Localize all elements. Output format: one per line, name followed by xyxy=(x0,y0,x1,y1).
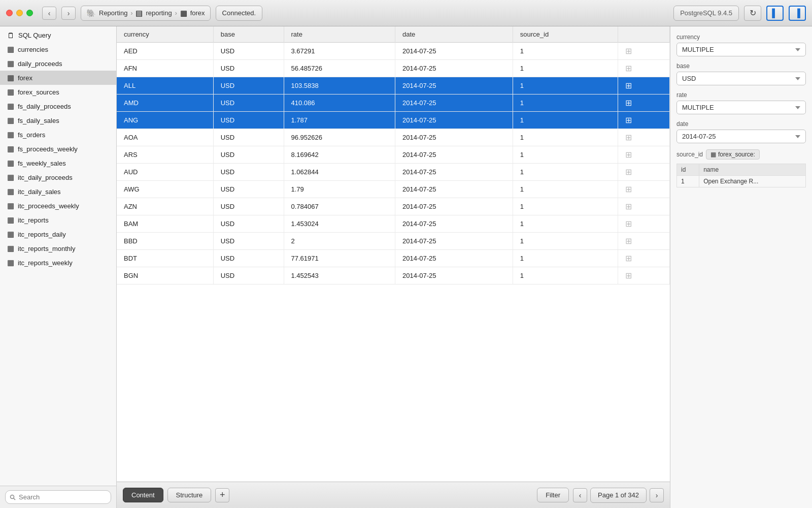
cell-action-icon[interactable]: ⊞ xyxy=(618,77,670,94)
cell-action-icon[interactable]: ⊞ xyxy=(618,129,670,146)
refresh-button[interactable]: ↻ xyxy=(744,6,761,21)
row-table-icon: ⊞ xyxy=(625,202,632,211)
cell-action-icon[interactable]: ⊞ xyxy=(618,112,670,129)
rate-select[interactable]: MULTIPLE xyxy=(676,101,806,114)
sidebar-icon-daily_proceeds: ▦ xyxy=(7,59,14,68)
cell-action-icon[interactable]: ⊞ xyxy=(618,146,670,164)
table-row[interactable]: AMDUSD410.0862014-07-251⊞ xyxy=(117,94,670,112)
sidebar-label-daily_proceeds: daily_proceeds xyxy=(18,60,62,68)
cell-base: USD xyxy=(213,215,284,233)
table-row[interactable]: BAMUSD1.4530242014-07-251⊞ xyxy=(117,215,670,233)
close-button[interactable] xyxy=(6,10,13,16)
sidebar-icon-itc_reports: ▦ xyxy=(7,215,14,225)
col-header-source_id: source_id xyxy=(513,26,618,43)
cell-action-icon[interactable]: ⊞ xyxy=(618,43,670,60)
cell-currency: AWG xyxy=(117,181,213,198)
source-id-label: source_id xyxy=(676,151,703,158)
cell-date: 2014-07-25 xyxy=(395,129,513,146)
table-row[interactable]: BBDUSD22014-07-251⊞ xyxy=(117,233,670,250)
cell-source_id: 1 xyxy=(513,60,618,77)
sidebar-item-forex_sources[interactable]: ▦forex_sources xyxy=(0,85,116,99)
cell-base: USD xyxy=(213,129,284,146)
cell-action-icon[interactable]: ⊞ xyxy=(618,164,670,181)
cell-base: USD xyxy=(213,164,284,181)
table-row[interactable]: AOAUSD96.9526262014-07-251⊞ xyxy=(117,129,670,146)
cell-source_id: 1 xyxy=(513,164,618,181)
date-select[interactable]: 2014-07-25 xyxy=(676,130,806,143)
filter-button[interactable]: Filter xyxy=(537,488,569,502)
bottom-bar: Content Structure + Filter ‹ Page 1 of 3… xyxy=(117,482,670,508)
col-header-base: base xyxy=(213,26,284,43)
base-select[interactable]: USD xyxy=(676,72,806,85)
rate-label: rate xyxy=(676,91,806,99)
sidebar-item-fs_orders[interactable]: ▦fs_orders xyxy=(0,128,116,142)
row-table-icon: ⊞ xyxy=(625,47,632,55)
mini-row-id: 1 xyxy=(677,176,699,187)
breadcrumb-schema[interactable]: reporting xyxy=(146,9,172,17)
cell-action-icon[interactable]: ⊞ xyxy=(618,198,670,215)
sidebar-item-fs_daily_sales[interactable]: ▦fs_daily_sales xyxy=(0,113,116,128)
sidebar-item-fs_daily_proceeds[interactable]: ▦fs_daily_proceeds xyxy=(0,99,116,113)
cell-base: USD xyxy=(213,112,284,129)
next-page-button[interactable]: › xyxy=(650,488,664,502)
sidebar-item-itc_reports_daily[interactable]: ▦itc_reports_daily xyxy=(0,227,116,241)
table-row[interactable]: AZNUSD0.7840672014-07-251⊞ xyxy=(117,198,670,215)
row-table-icon: ⊞ xyxy=(625,133,632,142)
prev-page-button[interactable]: ‹ xyxy=(573,488,587,502)
sidebar-toggle-button[interactable]: ▌ xyxy=(766,6,784,21)
cell-action-icon[interactable]: ⊞ xyxy=(618,60,670,77)
sidebar-item-daily_proceeds[interactable]: ▦daily_proceeds xyxy=(0,56,116,71)
sidebar-item-currencies[interactable]: ▦currencies xyxy=(0,42,116,56)
cell-action-icon[interactable]: ⊞ xyxy=(618,233,670,250)
sidebar-item-itc_daily_proceeds[interactable]: ▦itc_daily_proceeds xyxy=(0,170,116,184)
sidebar-item-itc_reports[interactable]: ▦itc_reports xyxy=(0,213,116,227)
sidebar-item-itc_proceeds_weekly[interactable]: ▦itc_proceeds_weekly xyxy=(0,199,116,213)
sidebar-icon-fs_weekly_sales: ▦ xyxy=(7,158,14,168)
table-row[interactable]: BGNUSD1.4525432014-07-251⊞ xyxy=(117,267,670,284)
cell-currency: ARS xyxy=(117,146,213,164)
cell-rate: 1.062844 xyxy=(284,164,395,181)
sidebar-item-itc_daily_sales[interactable]: ▦itc_daily_sales xyxy=(0,184,116,199)
cell-base: USD xyxy=(213,146,284,164)
table-row[interactable]: ALLUSD103.58382014-07-251⊞ xyxy=(117,77,670,94)
cell-action-icon[interactable]: ⊞ xyxy=(618,267,670,284)
breadcrumb-table[interactable]: forex xyxy=(190,9,205,17)
database-icon: 🐘 xyxy=(86,9,96,18)
breadcrumb-database[interactable]: Reporting xyxy=(99,9,127,17)
sidebar-item-fs_weekly_sales[interactable]: ▦fs_weekly_sales xyxy=(0,156,116,170)
cell-currency: ALL xyxy=(117,77,213,94)
cell-action-icon[interactable]: ⊞ xyxy=(618,250,670,267)
sidebar-item-fs_proceeds_weekly[interactable]: ▦fs_proceeds_weekly xyxy=(0,142,116,156)
table-row[interactable]: AUDUSD1.0628442014-07-251⊞ xyxy=(117,164,670,181)
table-row[interactable]: AWGUSD1.792014-07-251⊞ xyxy=(117,181,670,198)
table-row[interactable]: BDTUSD77.619712014-07-251⊞ xyxy=(117,250,670,267)
table-row[interactable]: ANGUSD1.7872014-07-251⊞ xyxy=(117,112,670,129)
currency-label: currency xyxy=(676,34,806,41)
tab-content[interactable]: Content xyxy=(123,488,163,502)
panel-toggle-button[interactable]: ▐ xyxy=(789,6,806,21)
source-table-chip[interactable]: ▦ forex_source: xyxy=(706,149,760,160)
sidebar-item-itc_reports_monthly[interactable]: ▦itc_reports_monthly xyxy=(0,241,116,256)
table-row[interactable]: AEDUSD3.672912014-07-251⊞ xyxy=(117,43,670,60)
back-button[interactable]: ‹ xyxy=(42,7,56,20)
sidebar-item-SQL Query[interactable]: 🗒SQL Query xyxy=(0,28,116,42)
currency-select[interactable]: MULTIPLE xyxy=(676,43,806,56)
cell-date: 2014-07-25 xyxy=(395,112,513,129)
maximize-button[interactable] xyxy=(26,10,33,16)
source-table-icon: ▦ xyxy=(710,151,716,158)
search-input[interactable] xyxy=(5,490,111,504)
sidebar-label-SQL Query: SQL Query xyxy=(18,31,51,39)
tab-structure[interactable]: Structure xyxy=(167,488,212,502)
sidebar-item-forex[interactable]: ▦forex xyxy=(0,71,116,85)
cell-action-icon[interactable]: ⊞ xyxy=(618,215,670,233)
forward-button[interactable]: › xyxy=(61,7,76,20)
table-row[interactable]: ARSUSD8.1696422014-07-251⊞ xyxy=(117,146,670,164)
cell-currency: AFN xyxy=(117,60,213,77)
minimize-button[interactable] xyxy=(16,10,23,16)
sidebar-item-itc_reports_weekly[interactable]: ▦itc_reports_weekly xyxy=(0,256,116,270)
cell-base: USD xyxy=(213,267,284,284)
cell-action-icon[interactable]: ⊞ xyxy=(618,181,670,198)
add-row-button[interactable]: + xyxy=(215,488,229,502)
cell-action-icon[interactable]: ⊞ xyxy=(618,94,670,112)
table-row[interactable]: AFNUSD56.4857262014-07-251⊞ xyxy=(117,60,670,77)
